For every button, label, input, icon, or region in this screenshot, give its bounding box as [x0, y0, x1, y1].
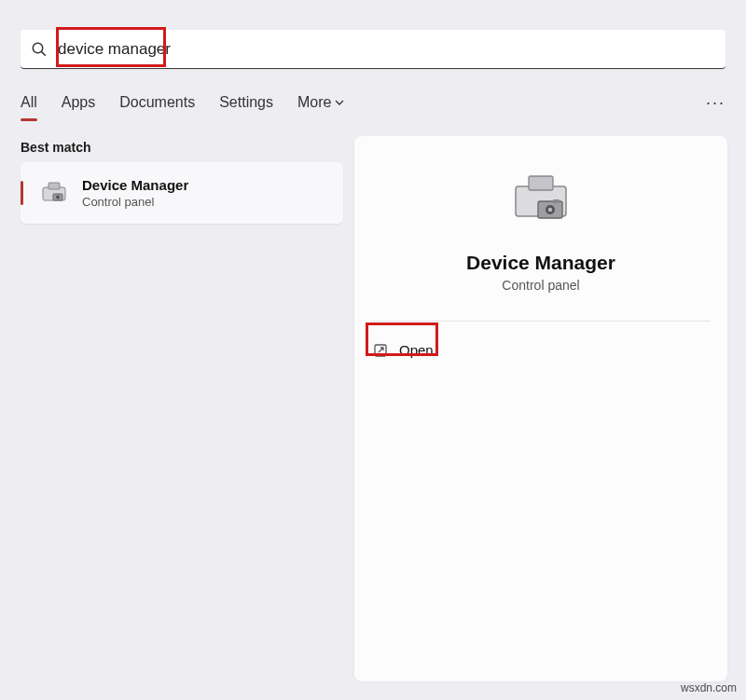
tab-more-label: More [297, 89, 331, 116]
result-title: Device Manager [82, 177, 188, 193]
svg-point-5 [56, 196, 60, 199]
preview-icon [371, 172, 711, 227]
chevron-down-icon [335, 98, 344, 107]
search-input[interactable] [58, 31, 725, 68]
filter-tabs: All Apps Documents Settings More ··· [21, 89, 725, 116]
watermark: wsxdn.com [681, 681, 737, 694]
preview-divider [371, 321, 711, 322]
search-icon [21, 41, 58, 58]
open-action[interactable]: Open [371, 338, 435, 362]
open-label: Open [399, 342, 434, 358]
tab-all[interactable]: All [21, 89, 37, 116]
result-subtitle: Control panel [82, 195, 188, 209]
tab-settings[interactable]: Settings [219, 89, 273, 116]
preview-panel: Device Manager Control panel Open [354, 136, 727, 681]
overflow-menu[interactable]: ··· [706, 93, 725, 113]
result-accent [21, 181, 23, 205]
svg-point-0 [33, 43, 43, 53]
search-bar[interactable] [21, 30, 725, 69]
preview-subtitle: Control panel [371, 278, 711, 293]
tab-more[interactable]: More [297, 89, 344, 116]
section-best-match: Best match [21, 140, 90, 155]
tab-apps[interactable]: Apps [62, 89, 95, 116]
preview-title: Device Manager [371, 252, 711, 274]
svg-point-10 [548, 208, 552, 212]
svg-rect-11 [553, 199, 560, 203]
tab-documents[interactable]: Documents [119, 89, 195, 116]
svg-line-1 [42, 51, 46, 55]
device-manager-icon [37, 176, 71, 210]
result-text: Device Manager Control panel [82, 177, 188, 209]
result-device-manager[interactable]: Device Manager Control panel [21, 162, 343, 224]
open-icon [373, 343, 388, 358]
svg-rect-7 [529, 176, 553, 190]
svg-rect-3 [48, 183, 60, 189]
